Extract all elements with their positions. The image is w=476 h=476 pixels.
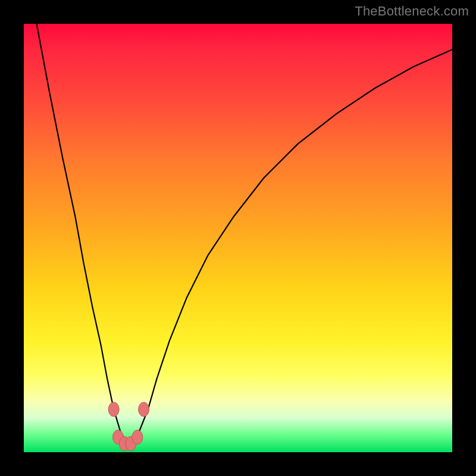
watermark-text: TheBottleneck.com [355, 4, 469, 19]
chart-svg [24, 24, 452, 452]
chart-plot-area [24, 24, 452, 452]
bottleneck-curve [37, 24, 452, 444]
curve-marker [108, 402, 119, 416]
curve-markers [108, 402, 149, 451]
curve-marker [132, 430, 143, 444]
curve-marker [139, 402, 149, 416]
